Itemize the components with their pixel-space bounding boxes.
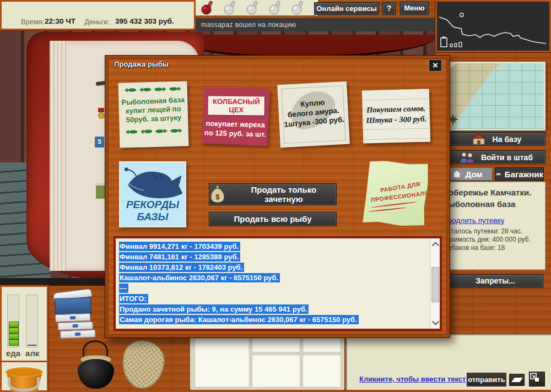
sale-log-line: Финвал 9914,271 кг - 1703439 руб.: [119, 241, 426, 252]
ad-card-grass-carp[interactable]: Куплю белого амура. 1штука -300 руб.: [277, 81, 350, 148]
sale-log-box[interactable]: Финвал 9914,271 кг - 1703439 руб. Финвал…: [114, 236, 442, 331]
send-button[interactable]: отправить: [467, 373, 506, 386]
fish-icon: [124, 87, 137, 94]
records-label-line2: БАЗЫ: [120, 211, 185, 223]
ad-header: КОЛБАСНЫЙ ЦЕХ: [208, 96, 264, 116]
anglers-count-text: Рыбаков на базе: 18: [442, 244, 543, 252]
pro-note-line2: ПРОФЕССИОНАЛОВ: [370, 189, 434, 203]
fishfinder-display[interactable]: [435, 0, 551, 52]
window-pane: [252, 338, 300, 352]
window-pane: [302, 355, 341, 388]
shelf-edge: [182, 35, 435, 58]
fish-icon: [139, 86, 152, 93]
scroll-down-icon[interactable]: [432, 318, 439, 325]
alcohol-meter-label: алк: [25, 349, 39, 358]
chat-input-panel: Кликните, чтобы ввести текст отправить: [346, 334, 551, 390]
dollar-symbol: $: [215, 193, 219, 201]
cauldron-item[interactable]: [77, 340, 115, 391]
fish-icon: [169, 86, 182, 92]
resize-window-icon: [530, 372, 539, 382]
ad-card-bream[interactable]: Рыболовная база купит лещей по 50руб. за…: [118, 81, 188, 148]
online-services-button[interactable]: Онлайн сервисы: [314, 2, 379, 15]
tackle-box-item[interactable]: [52, 290, 96, 340]
expand-chat-button[interactable]: [529, 372, 545, 386]
time-label: Время:: [21, 18, 45, 26]
window-pane: [195, 338, 250, 388]
potion-flask-icon[interactable]: [290, 1, 305, 15]
go-to-base-button[interactable]: На базу: [446, 132, 545, 146]
bucket-handle: [8, 377, 40, 391]
meter-segment: [9, 334, 19, 340]
scroll-up-icon[interactable]: [432, 242, 439, 249]
ad-line: по 125 руб. за шт.: [202, 128, 268, 139]
tab-trunk[interactable]: Багажник: [495, 167, 544, 181]
cauldron-pot: [78, 359, 114, 389]
dialog-title: Продажа рыбы: [114, 60, 169, 68]
extend-ticket-link[interactable]: Продлить путевку: [442, 216, 504, 225]
fish-icon: [154, 86, 167, 92]
fish-row: [120, 127, 188, 135]
meter-segment: [9, 340, 19, 346]
sale-log-line: Кашалот-альбинос 2630,067 кг - 6575150 р…: [119, 273, 426, 283]
potion-flask-red-icon[interactable]: [200, 1, 215, 15]
tab-trunk-label: Багажник: [505, 170, 543, 179]
potion-flask-icon[interactable]: [245, 1, 260, 15]
food-meter: [7, 295, 19, 347]
potion-flask-icon[interactable]: [223, 1, 237, 15]
medal-ribbon-icon: [98, 108, 104, 112]
clear-button[interactable]: [509, 374, 525, 386]
depth-chart: [437, 2, 548, 50]
scrollbar-thumb[interactable]: [431, 267, 439, 302]
status-meters-panel: еда алк: [0, 285, 48, 392]
close-icon[interactable]: ×: [429, 59, 442, 72]
medal-icon: [98, 112, 105, 119]
base-records-card[interactable]: РЕКОРДЫ БАЗЫ: [119, 161, 186, 227]
bucket-item[interactable]: [4, 367, 45, 392]
chat-feed: massapaz вошел на локацию: [196, 18, 435, 31]
underline-stroke: [371, 202, 417, 208]
enter-text-link[interactable]: Кликните, чтобы ввести текст: [359, 375, 466, 383]
food-meter-label: еда: [6, 349, 20, 358]
location-title-line1: Побережье Камчатки.: [442, 187, 543, 198]
money-value: 395 432 303 руб.: [115, 17, 174, 25]
tackle-box-drawer: [55, 313, 90, 322]
tackle-box-body: [55, 297, 91, 315]
location-map[interactable]: [441, 62, 545, 130]
people-icon: [459, 152, 476, 163]
fish-row: [118, 85, 187, 93]
sell-all-button[interactable]: Продать всю рыбу: [209, 212, 337, 226]
keepnet-item[interactable]: [120, 338, 167, 390]
panel-divider: [0, 361, 48, 362]
can-icon: S: [95, 137, 104, 148]
potion-flask-icon[interactable]: [268, 1, 283, 15]
game-screen: Р S Время: 22:30 ЧТ Деньги: 395 432 303 …: [0, 0, 551, 392]
status-bar: Время: 22:30 ЧТ Деньги: 395 432 303 руб.: [0, 0, 196, 30]
help-button[interactable]: ?: [382, 2, 396, 15]
time-value: 22:30 ЧТ: [45, 17, 75, 25]
enter-hq-button[interactable]: Войти в штаб: [446, 150, 545, 164]
menu-button[interactable]: Меню: [400, 2, 429, 15]
window-pane: [252, 355, 300, 388]
bans-button[interactable]: Запреты...: [447, 274, 543, 288]
eraser-icon: [511, 378, 523, 382]
window-pane: [302, 338, 341, 352]
scrollbar[interactable]: [430, 238, 440, 329]
sale-log-line: Финвал 10373,812 кг - 1782403 руб.: [119, 262, 426, 273]
pro-work-note[interactable]: РАБОТА ДЛЯ ПРОФЕССИОНАЛОВ: [363, 159, 430, 227]
home-icon: [452, 170, 461, 178]
ad-card-sausage-shop[interactable]: КОЛБАСНЫЙ ЦЕХ покупает жереха по 125 руб…: [202, 86, 270, 146]
day-cost-text: Стоимость дня: 400 000 руб.: [442, 236, 543, 244]
sell-qualifying-button[interactable]: $ Продать только зачетную: [209, 183, 337, 205]
location-info-panel: Побережье Камчатки. Рыболовная база Прод…: [439, 182, 545, 270]
sale-log-text: Финвал 9914,271 кг - 1703439 руб. Финвал…: [119, 241, 426, 326]
chat-feed-message: massapaz вошел на локацию: [201, 21, 296, 29]
ad-card-catfish[interactable]: Покупаем сомов. Штука - 300 руб.: [362, 89, 430, 143]
sale-log-line: Финвал 7481,161 кг - 1285389 руб.: [119, 252, 426, 262]
records-label-line1: РЕКОРДЫ: [120, 199, 185, 211]
alcohol-meter: [26, 295, 38, 347]
fish-icon: [125, 129, 138, 135]
money-bag-icon: $: [209, 185, 226, 204]
meter-segment: [9, 328, 19, 334]
ticket-left-text: Осталось путевки: 28 час.: [442, 227, 543, 236]
tackle-box-drawer: [60, 330, 95, 339]
